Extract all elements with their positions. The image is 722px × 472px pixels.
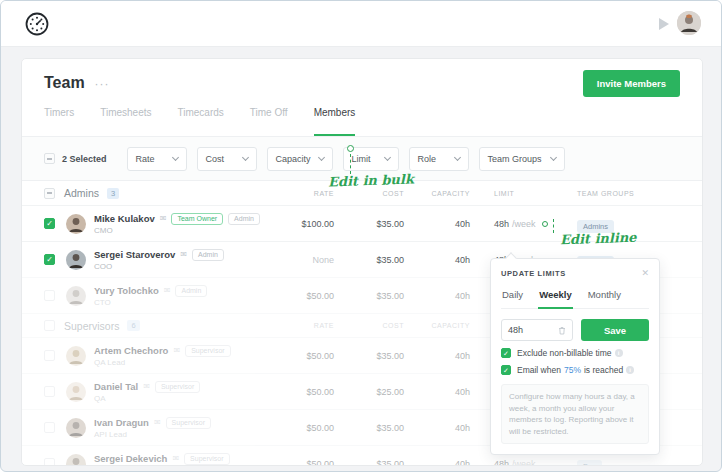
role-badge: Admin bbox=[175, 285, 207, 297]
cost-value[interactable]: $35.00 bbox=[334, 291, 404, 301]
row-checkbox[interactable] bbox=[44, 350, 55, 361]
tab-daily[interactable]: Daily bbox=[501, 285, 524, 308]
limit-value[interactable]: 48h/week bbox=[470, 219, 555, 229]
group-checkbox[interactable] bbox=[44, 188, 55, 199]
capacity-value[interactable]: 40h bbox=[404, 219, 470, 229]
cost-value[interactable]: $35.00 bbox=[334, 459, 404, 467]
percent-threshold-link[interactable]: 75% bbox=[564, 365, 581, 375]
team-groups-filter-dropdown[interactable]: Team Groups bbox=[479, 147, 565, 171]
limit-period-tabs: Daily Weekly Monthly bbox=[501, 285, 649, 309]
tab-weekly[interactable]: Weekly bbox=[538, 285, 573, 309]
row-checkbox[interactable]: ✓ bbox=[44, 218, 55, 229]
capacity-value[interactable]: 40h bbox=[404, 255, 470, 265]
capacity-filter-label: Capacity bbox=[276, 154, 311, 164]
more-options-icon[interactable]: ··· bbox=[95, 77, 110, 91]
rate-value[interactable]: $50.00 bbox=[264, 351, 334, 361]
user-avatar[interactable] bbox=[677, 11, 701, 35]
member-name[interactable]: Daniel Tal bbox=[94, 381, 138, 392]
everhour-logo-icon[interactable] bbox=[25, 12, 49, 36]
tab-timers[interactable]: Timers bbox=[44, 107, 74, 136]
member-title: CTO bbox=[94, 298, 207, 307]
chevron-down-icon bbox=[171, 153, 178, 160]
column-header-capacity: CAPACITY bbox=[404, 322, 470, 329]
tab-monthly[interactable]: Monthly bbox=[587, 285, 622, 308]
capacity-value[interactable]: 40h bbox=[404, 459, 470, 467]
member-name[interactable]: Artem Chechoro bbox=[94, 345, 168, 356]
cost-value[interactable]: $35.00 bbox=[334, 351, 404, 361]
capacity-value[interactable]: 40h bbox=[404, 387, 470, 397]
annotation-dot-icon bbox=[542, 221, 548, 227]
row-checkbox[interactable] bbox=[44, 422, 55, 433]
tab-timecards[interactable]: Timecards bbox=[178, 107, 224, 136]
row-checkbox[interactable] bbox=[44, 458, 55, 466]
cost-value[interactable]: $35.00 bbox=[334, 255, 404, 265]
row-checkbox[interactable] bbox=[44, 290, 55, 301]
member-name[interactable]: Yury Tolochko bbox=[94, 285, 159, 296]
exclude-nonbillable-checkbox[interactable]: ✓ bbox=[501, 348, 511, 358]
edit-inline-annotation: Edit inline bbox=[560, 230, 637, 248]
cost-value[interactable]: $35.00 bbox=[334, 423, 404, 433]
mail-icon[interactable]: ✉ bbox=[180, 250, 187, 259]
info-icon[interactable]: i bbox=[615, 349, 623, 357]
selected-count-label: 2 Selected bbox=[62, 154, 107, 164]
group-name[interactable]: Supervisors bbox=[64, 320, 119, 332]
close-icon[interactable]: ✕ bbox=[641, 268, 649, 278]
team-group-badge[interactable]: Dev bbox=[577, 460, 602, 467]
section-tabs: Timers Timesheets Timecards Time Off Mem… bbox=[22, 107, 702, 137]
capacity-value[interactable]: 40h bbox=[404, 291, 470, 301]
limit-hours-input[interactable]: 48h bbox=[501, 319, 573, 341]
cost-value[interactable]: $25.00 bbox=[334, 387, 404, 397]
mail-icon[interactable]: ✉ bbox=[143, 382, 150, 391]
edit-in-bulk-annotation: Edit in bulk bbox=[328, 172, 414, 190]
row-checkbox[interactable] bbox=[44, 386, 55, 397]
app-window: Team ··· Invite Members Timers Timesheet… bbox=[0, 0, 722, 472]
team-groups-filter-label: Team Groups bbox=[488, 154, 542, 164]
send-arrow-icon[interactable] bbox=[659, 18, 669, 30]
column-header-rate: RATE bbox=[264, 322, 334, 329]
mail-icon[interactable]: ✉ bbox=[160, 214, 167, 223]
rate-value[interactable]: $50.00 bbox=[264, 459, 334, 467]
member-title: COO bbox=[94, 262, 224, 271]
page-title: Team bbox=[44, 74, 85, 92]
rate-value[interactable]: $50.00 bbox=[264, 423, 334, 433]
mail-icon[interactable]: ✉ bbox=[172, 454, 179, 463]
mail-icon[interactable]: ✉ bbox=[164, 286, 171, 295]
card-header: Team ··· Invite Members bbox=[22, 59, 702, 107]
cost-filter-dropdown[interactable]: Cost bbox=[197, 147, 257, 171]
group-name[interactable]: Admins bbox=[64, 187, 99, 199]
trash-icon[interactable] bbox=[558, 326, 566, 335]
email-alert-checkbox[interactable]: ✓ bbox=[501, 365, 511, 375]
tab-timesheets[interactable]: Timesheets bbox=[100, 107, 151, 136]
mail-icon[interactable]: ✉ bbox=[173, 346, 180, 355]
tab-members[interactable]: Members bbox=[314, 107, 356, 136]
member-name[interactable]: Sergei Dekevich bbox=[94, 453, 167, 464]
mail-icon[interactable]: ✉ bbox=[154, 418, 161, 427]
rate-value[interactable]: None bbox=[264, 255, 334, 265]
member-name[interactable]: Mike Kulakov bbox=[94, 213, 155, 224]
rate-value[interactable]: $50.00 bbox=[264, 387, 334, 397]
capacity-value[interactable]: 40h bbox=[404, 423, 470, 433]
group-checkbox[interactable] bbox=[44, 320, 55, 331]
member-title: QA Lead bbox=[94, 358, 231, 367]
cost-value[interactable]: $35.00 bbox=[334, 219, 404, 229]
rate-filter-dropdown[interactable]: Rate bbox=[127, 147, 187, 171]
member-name[interactable]: Ivan Dragun bbox=[94, 417, 149, 428]
column-header-limit: LIMIT bbox=[470, 190, 555, 197]
capacity-value[interactable]: 40h bbox=[404, 351, 470, 361]
row-checkbox[interactable]: ✓ bbox=[44, 254, 55, 265]
invite-members-button[interactable]: Invite Members bbox=[583, 70, 680, 97]
role-filter-dropdown[interactable]: Role bbox=[409, 147, 469, 171]
member-name[interactable]: Sergei Staroverov bbox=[94, 249, 175, 260]
info-icon[interactable]: i bbox=[626, 366, 634, 374]
limit-value[interactable]: 48h/week bbox=[470, 459, 555, 467]
tab-time-off[interactable]: Time Off bbox=[250, 107, 288, 136]
rate-value[interactable]: $50.00 bbox=[264, 291, 334, 301]
avatar bbox=[66, 346, 86, 366]
role-badge: Supervisor bbox=[184, 453, 229, 465]
capacity-filter-dropdown[interactable]: Capacity bbox=[267, 147, 333, 171]
member-title: CMO bbox=[94, 226, 260, 235]
save-button[interactable]: Save bbox=[581, 319, 649, 341]
select-all-checkbox[interactable] bbox=[44, 153, 55, 164]
rate-value[interactable]: $100.00 bbox=[264, 219, 334, 229]
top-bar bbox=[1, 1, 721, 47]
